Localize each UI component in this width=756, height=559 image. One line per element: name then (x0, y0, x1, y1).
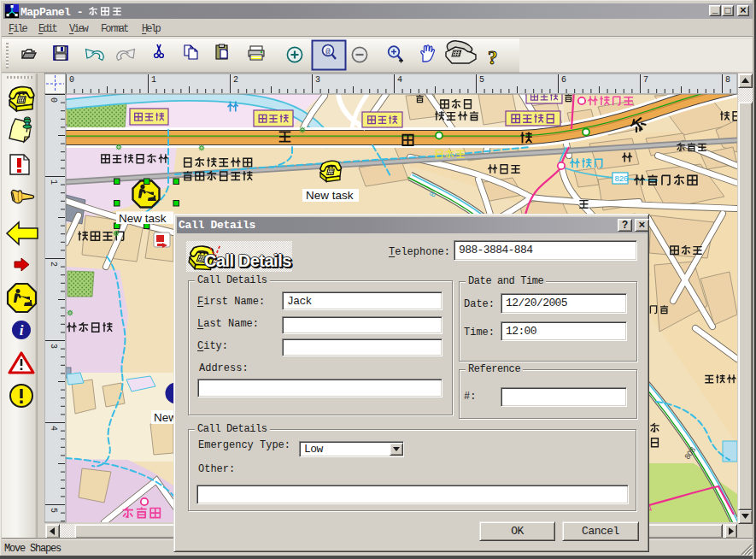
svg-text:1: 1 (49, 179, 58, 185)
svg-text:1: 1 (151, 75, 156, 85)
svg-text:4: 4 (49, 426, 58, 431)
svg-text:0: 0 (49, 97, 58, 103)
svg-text:New task: New task (119, 212, 167, 225)
svg-text:?: ? (488, 47, 498, 68)
svg-text:2: 2 (49, 262, 58, 267)
svg-text:8: 8 (725, 75, 730, 85)
svg-text:0: 0 (69, 75, 74, 85)
svg-text:New task: New task (306, 189, 354, 202)
svg-text:3: 3 (315, 75, 320, 85)
svg-text:5: 5 (479, 75, 484, 85)
svg-text:4: 4 (397, 75, 402, 85)
svg-text:5: 5 (49, 508, 58, 513)
svg-text:@: @ (325, 48, 331, 56)
svg-text:3: 3 (49, 344, 58, 349)
svg-text:2: 2 (233, 75, 238, 85)
svg-text:i: i (20, 322, 24, 338)
svg-text:826: 826 (615, 174, 629, 183)
svg-text:7: 7 (643, 75, 648, 85)
svg-text:6: 6 (561, 75, 566, 85)
